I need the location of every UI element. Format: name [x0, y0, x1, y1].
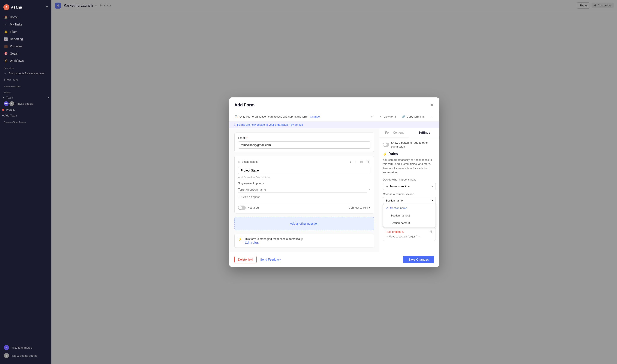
asana-logo-text: asana: [11, 5, 22, 10]
inbox-icon: 🔔: [4, 30, 8, 34]
modal-info-right: ☆ 👁 View form 🔗 Copy form link ···: [370, 114, 434, 119]
browse-teams-label: Browse Other Teams: [0, 118, 52, 124]
circle-icon: ◎: [238, 160, 240, 163]
rules-lightning-icon: ⚡: [383, 152, 387, 156]
team-avatar-1: WW: [4, 101, 9, 106]
broken-icon: ⚠: [402, 230, 404, 234]
settings-content: Show a button to "add another submission…: [379, 137, 439, 246]
sidebar: A asana ≡ 🏠 Home ✓ My Tasks 🔔 Inbox 📈 Re…: [0, 0, 52, 364]
edit-rules-link[interactable]: Edit rules: [244, 241, 259, 244]
decide-label: Decide what happens next:: [383, 178, 436, 181]
change-link[interactable]: Change: [310, 115, 320, 118]
move-to-section-dropdown[interactable]: → Move to section ▾: [383, 183, 436, 190]
option-input[interactable]: [238, 186, 367, 193]
tab-form-content[interactable]: Form Content: [379, 128, 409, 137]
modal-close-button[interactable]: ×: [430, 102, 434, 108]
tab-settings[interactable]: Settings: [409, 128, 439, 137]
sidebar-item-portfolios[interactable]: 💼 Portfolios: [2, 43, 50, 50]
portfolios-icon: 💼: [4, 44, 8, 48]
star-projects-item[interactable]: ☆ Star projects for easy access: [0, 70, 52, 77]
team-item[interactable]: ▼ Team +: [0, 95, 52, 100]
form-area: Email * ◎ Single-select: [229, 128, 379, 252]
help-avatar: ?: [4, 353, 9, 358]
single-select-card: ◎ Single-select ↓ ↑ ⊞ 🗑 Add Question: [234, 156, 374, 213]
clear-option-button[interactable]: ×: [368, 188, 370, 191]
sidebar-bottom: IT Invite teammates ? Help & getting sta…: [0, 342, 52, 362]
tasks-icon: ✓: [4, 23, 8, 26]
notice-icon: ℹ: [234, 123, 235, 126]
copy-link-button[interactable]: 🔗 Copy form link: [401, 114, 426, 119]
settings-tabs: Form Content Settings: [379, 128, 439, 137]
invite-people-label[interactable]: + Invite people: [15, 102, 33, 105]
add-question-button[interactable]: Add another question: [234, 217, 374, 230]
move-down-button[interactable]: ↓: [349, 159, 352, 164]
required-toggle[interactable]: [238, 206, 246, 210]
invite-avatar: IT: [4, 345, 9, 350]
connect-chevron-icon: ▾: [369, 206, 370, 209]
add-submission-toggle[interactable]: [383, 143, 389, 147]
section-option-1[interactable]: ✓ Section name: [383, 204, 436, 212]
project-dot: [2, 109, 4, 111]
sidebar-item-home[interactable]: 🏠 Home: [2, 14, 50, 21]
home-icon: 🏠: [4, 15, 8, 19]
email-field-card: Email *: [234, 132, 374, 152]
arrow-right-icon: →: [386, 185, 389, 188]
invite-teammates-item[interactable]: IT Invite teammates: [2, 343, 50, 351]
hamburger-icon[interactable]: ≡: [46, 5, 48, 9]
check-icon: ✓: [386, 207, 389, 210]
sidebar-item-my-tasks[interactable]: ✓ My Tasks: [2, 21, 50, 28]
email-field-label: Email *: [238, 136, 370, 140]
star-icon: ☆: [371, 115, 374, 118]
add-member-button[interactable]: +: [48, 96, 49, 99]
sidebar-item-reporting[interactable]: 📈 Reporting: [2, 36, 50, 42]
sidebar-item-inbox[interactable]: 🔔 Inbox: [2, 28, 50, 35]
question-desc-placeholder[interactable]: Add Question Description: [238, 176, 370, 179]
favorites-label: Favorites: [0, 64, 52, 70]
question-title-input[interactable]: [238, 167, 370, 174]
modal-notice: ℹ Forms are now private to your organiza…: [229, 121, 439, 128]
email-input[interactable]: [238, 141, 370, 149]
rule-card-2-header: Rule broken ⚠ 🗑: [386, 230, 433, 234]
delete-question-button[interactable]: 🗑: [365, 159, 370, 164]
add-option-button[interactable]: + + Add an option: [238, 195, 260, 199]
delete-field-button[interactable]: Delete field: [234, 256, 257, 263]
toggle-knob: [239, 206, 242, 209]
main-area: M Marketing Launch ▾ Set status Share ⚙ …: [52, 0, 617, 364]
form-icon: 📋: [234, 115, 238, 118]
sidebar-item-goals[interactable]: 🎯 Goals: [2, 50, 50, 57]
section-dropdown-button[interactable]: Section name ▾: [383, 197, 436, 204]
connect-field-button[interactable]: Connect to field ▾: [349, 206, 370, 209]
rule-arrow-icon: →: [418, 235, 421, 238]
team-avatar-2: +: [9, 101, 14, 106]
section-option-2[interactable]: Section name 2: [383, 212, 436, 219]
question-card-header: ◎ Single-select ↓ ↑ ⊞ 🗑: [238, 159, 370, 164]
star-form-button[interactable]: ☆: [370, 114, 375, 119]
modal-info-bar: 📋 Only your organization can access and …: [229, 112, 439, 121]
rule-2-delete-button[interactable]: 🗑: [429, 230, 433, 234]
question-type-label: ◎ Single-select: [238, 160, 257, 163]
star-icon: ☆: [4, 72, 6, 75]
send-feedback-button[interactable]: Send Feedback: [260, 258, 281, 261]
modal-body: Email * ◎ Single-select: [229, 128, 439, 252]
move-up-button[interactable]: ↑: [354, 159, 357, 164]
section-option-3[interactable]: Section name 3: [383, 219, 436, 227]
project-item[interactable]: Project: [0, 107, 52, 113]
duplicate-button[interactable]: ⊞: [359, 159, 363, 164]
modal-overlay: Add Form × 📋 Only your organization can …: [52, 0, 617, 364]
add-form-modal: Add Form × 📋 Only your organization can …: [229, 97, 439, 267]
show-more-item[interactable]: Show more: [0, 77, 52, 83]
add-team-button[interactable]: + Add Team: [0, 113, 52, 118]
dropdown-arrow-icon: ▾: [432, 185, 433, 188]
plus-icon: +: [238, 195, 240, 198]
auto-manage-icon: ⚡: [238, 237, 242, 241]
sidebar-item-workflows[interactable]: ⚡ Workflows: [2, 57, 50, 64]
help-item[interactable]: ? Help & getting started: [2, 351, 50, 360]
add-submission-toggle-row: Show a button to "add another submission…: [383, 141, 436, 149]
dropdown-value: → Move to section: [386, 185, 410, 188]
settings-panel: Form Content Settings Show a button t: [379, 128, 439, 252]
save-changes-button[interactable]: Save Changes: [403, 256, 434, 263]
eye-icon: 👁: [380, 115, 382, 118]
view-form-button[interactable]: 👁 View form: [378, 114, 397, 119]
more-options-button[interactable]: ···: [429, 114, 434, 119]
auto-manage-text-block: This form is managing responses automati…: [244, 237, 303, 245]
